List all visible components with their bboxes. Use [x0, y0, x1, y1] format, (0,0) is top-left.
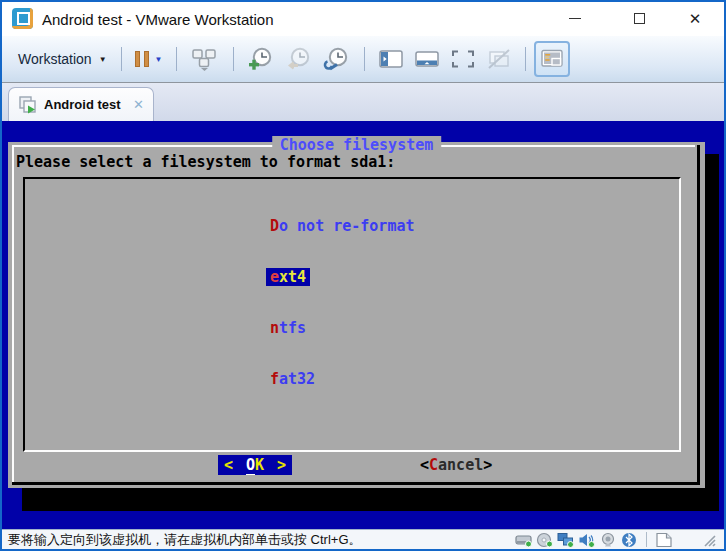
- dialog-border: [697, 145, 700, 485]
- fullscreen-icon: [450, 48, 476, 70]
- tab-bar: Android test ✕: [2, 83, 724, 121]
- pause-icon: [135, 51, 149, 67]
- console-view-icon: [540, 49, 564, 69]
- manage-snapshots-icon: [323, 47, 351, 71]
- cd-rom-icon[interactable]: [536, 532, 554, 548]
- minimize-icon: [569, 18, 581, 19]
- dialog-border: [12, 482, 700, 485]
- dialog-prompt: Please select a filesystem to format sda…: [16, 153, 395, 171]
- pause-vm-button[interactable]: ▼: [130, 48, 168, 70]
- bluetooth-icon[interactable]: [620, 532, 638, 548]
- show-thumbnail-bar-button[interactable]: [409, 45, 445, 73]
- maximize-button[interactable]: [616, 2, 662, 35]
- console-view-toggle[interactable]: [534, 41, 570, 77]
- vmware-window: Android test - VMware Workstation ✕ Work…: [0, 0, 726, 551]
- show-thumbnail-bar-icon: [414, 48, 440, 70]
- take-snapshot-icon: [247, 47, 275, 71]
- toolbar-separator: [525, 47, 526, 71]
- unity-mode-icon: [486, 48, 512, 70]
- toolbar-separator: [364, 47, 365, 71]
- title-bar: Android test - VMware Workstation ✕: [2, 2, 724, 36]
- device-status-icons: [515, 532, 718, 548]
- power-options-chevron-icon[interactable]: ▼: [155, 55, 163, 64]
- list-item-do-not-reformat[interactable]: Do not re-format: [270, 218, 415, 235]
- dialog-shadow: [703, 154, 719, 511]
- ok-button[interactable]: < OK >: [218, 455, 292, 475]
- list-item-ext4-selected[interactable]: ext4: [270, 269, 415, 286]
- manage-snapshots-button[interactable]: [318, 44, 356, 74]
- toolbar-separator: [233, 47, 234, 71]
- ok-button-label: OK: [246, 456, 264, 474]
- workstation-menu-label: Workstation: [18, 51, 92, 67]
- vm-console-screen[interactable]: Choose filesystem Please select a filesy…: [2, 121, 724, 529]
- fullscreen-button[interactable]: [445, 45, 481, 73]
- toolbar-separator: [176, 47, 177, 71]
- cancel-button[interactable]: < C ancel >: [420, 455, 492, 475]
- unity-mode-button: [481, 45, 517, 73]
- toolbar-separator: [121, 47, 122, 71]
- revert-snapshot-button: [280, 44, 318, 74]
- list-item-fat32[interactable]: fat32: [270, 371, 415, 388]
- filesystem-options: Do not re-format ext4 ntfs fat32: [270, 184, 415, 422]
- minimize-button[interactable]: [552, 2, 598, 35]
- vm-console-icon: [18, 95, 38, 115]
- dialog-title: Choose filesystem: [272, 136, 442, 154]
- tab-android-test[interactable]: Android test ✕: [8, 87, 154, 121]
- vmware-logo-icon: [12, 8, 33, 29]
- tab-label: Android test: [44, 97, 121, 112]
- toolbar: Workstation ▼ ▼: [2, 36, 724, 83]
- status-message: 要将输入定向到该虚拟机，请在虚拟机内部单击或按 Ctrl+G。: [8, 531, 362, 549]
- status-bar: 要将输入定向到该虚拟机，请在虚拟机内部单击或按 Ctrl+G。: [2, 529, 724, 549]
- send-ctrl-alt-del-button[interactable]: [185, 44, 225, 74]
- take-snapshot-button[interactable]: [242, 44, 280, 74]
- send-ctrl-alt-del-icon: [190, 47, 220, 71]
- choose-filesystem-dialog: Choose filesystem Please select a filesy…: [8, 142, 705, 488]
- revert-snapshot-icon: [285, 47, 313, 71]
- hard-disk-icon[interactable]: [515, 532, 533, 548]
- show-library-icon: [378, 48, 404, 70]
- dialog-border: [12, 145, 14, 482]
- network-adapter-icon[interactable]: [557, 532, 575, 548]
- show-library-button[interactable]: [373, 45, 409, 73]
- tab-close-icon[interactable]: ✕: [133, 97, 144, 112]
- message-log-icon[interactable]: [655, 532, 673, 548]
- window-title: Android test - VMware Workstation: [42, 2, 273, 36]
- chevron-down-icon: ▼: [99, 55, 107, 64]
- sound-icon[interactable]: [578, 532, 596, 548]
- workstation-menu[interactable]: Workstation ▼: [12, 47, 113, 71]
- close-button[interactable]: ✕: [672, 2, 718, 35]
- resize-grip[interactable]: [702, 533, 716, 547]
- webcam-icon[interactable]: [599, 532, 617, 548]
- dialog-shadow: [22, 488, 719, 511]
- list-item-ntfs[interactable]: ntfs: [270, 320, 415, 337]
- status-separator: [646, 532, 647, 547]
- maximize-icon: [634, 13, 645, 24]
